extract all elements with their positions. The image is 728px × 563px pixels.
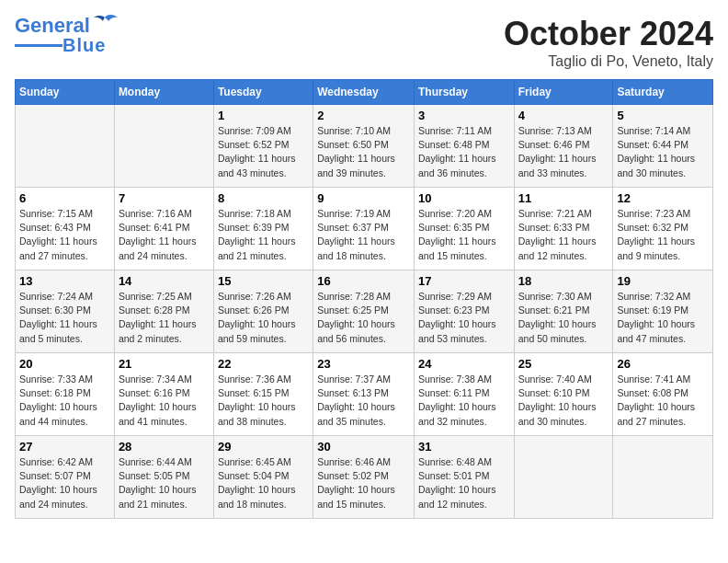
day-number: 24 [418,357,510,371]
calendar-cell: 9Sunrise: 7:19 AM Sunset: 6:37 PM Daylig… [313,188,415,270]
title-block: October 2024 Taglio di Po, Veneto, Italy [504,15,713,70]
day-info: Sunrise: 7:37 AM Sunset: 6:13 PM Dayligh… [317,373,410,429]
day-info: Sunrise: 7:20 AM Sunset: 6:35 PM Dayligh… [418,207,510,263]
calendar-cell: 12Sunrise: 7:23 AM Sunset: 6:32 PM Dayli… [613,188,713,270]
week-row-2: 6Sunrise: 7:15 AM Sunset: 6:43 PM Daylig… [16,188,713,270]
day-info: Sunrise: 7:13 AM Sunset: 6:46 PM Dayligh… [518,124,609,180]
day-number: 30 [317,440,410,454]
day-number: 16 [317,274,410,288]
day-info: Sunrise: 7:19 AM Sunset: 6:37 PM Dayligh… [317,207,410,263]
calendar-cell [114,105,213,188]
day-info: Sunrise: 7:11 AM Sunset: 6:48 PM Dayligh… [418,124,510,180]
calendar-cell: 31Sunrise: 6:48 AM Sunset: 5:01 PM Dayli… [414,436,514,519]
month-title: October 2024 [504,15,713,53]
day-number: 2 [317,109,410,122]
calendar-cell: 26Sunrise: 7:41 AM Sunset: 6:08 PM Dayli… [613,353,713,436]
calendar-cell: 6Sunrise: 7:15 AM Sunset: 6:43 PM Daylig… [16,188,115,270]
day-info: Sunrise: 6:46 AM Sunset: 5:02 PM Dayligh… [317,455,410,511]
location: Taglio di Po, Veneto, Italy [504,53,713,70]
day-info: Sunrise: 7:40 AM Sunset: 6:10 PM Dayligh… [518,373,609,429]
calendar-cell: 11Sunrise: 7:21 AM Sunset: 6:33 PM Dayli… [514,188,613,270]
day-number: 22 [218,357,309,371]
calendar-cell: 23Sunrise: 7:37 AM Sunset: 6:13 PM Dayli… [313,353,415,436]
calendar-cell: 16Sunrise: 7:28 AM Sunset: 6:25 PM Dayli… [313,270,415,353]
day-info: Sunrise: 7:10 AM Sunset: 6:50 PM Dayligh… [317,124,410,180]
day-number: 7 [119,191,210,205]
day-number: 27 [19,440,110,454]
calendar-cell: 10Sunrise: 7:20 AM Sunset: 6:35 PM Dayli… [414,188,514,270]
calendar-cell: 3Sunrise: 7:11 AM Sunset: 6:48 PM Daylig… [414,105,514,188]
calendar-cell: 4Sunrise: 7:13 AM Sunset: 6:46 PM Daylig… [514,105,613,188]
calendar-cell: 27Sunrise: 6:42 AM Sunset: 5:07 PM Dayli… [16,436,115,519]
calendar-body: 1Sunrise: 7:09 AM Sunset: 6:52 PM Daylig… [16,105,713,519]
day-number: 6 [19,191,110,205]
logo-bird-icon [92,14,118,34]
day-info: Sunrise: 7:33 AM Sunset: 6:18 PM Dayligh… [19,373,110,429]
day-info: Sunrise: 6:48 AM Sunset: 5:01 PM Dayligh… [418,455,510,511]
day-info: Sunrise: 7:30 AM Sunset: 6:21 PM Dayligh… [518,290,609,346]
calendar-cell: 15Sunrise: 7:26 AM Sunset: 6:26 PM Dayli… [213,270,313,353]
calendar-cell [514,436,613,519]
calendar-cell: 25Sunrise: 7:40 AM Sunset: 6:10 PM Dayli… [514,353,613,436]
logo: General Blue [15,15,118,56]
day-number: 17 [418,274,510,288]
calendar-cell: 17Sunrise: 7:29 AM Sunset: 6:23 PM Dayli… [414,270,514,353]
day-info: Sunrise: 7:09 AM Sunset: 6:52 PM Dayligh… [218,124,309,180]
day-info: Sunrise: 6:45 AM Sunset: 5:04 PM Dayligh… [218,455,309,511]
day-number: 11 [518,191,609,205]
calendar-cell: 30Sunrise: 6:46 AM Sunset: 5:02 PM Dayli… [313,436,415,519]
day-number: 19 [617,274,709,288]
day-number: 12 [617,191,709,205]
calendar-cell: 24Sunrise: 7:38 AM Sunset: 6:11 PM Dayli… [414,353,514,436]
header-cell-monday: Monday [114,80,213,105]
day-number: 21 [119,357,210,371]
week-row-4: 20Sunrise: 7:33 AM Sunset: 6:18 PM Dayli… [16,353,713,436]
day-number: 4 [518,109,609,122]
day-info: Sunrise: 7:36 AM Sunset: 6:15 PM Dayligh… [218,373,309,429]
day-info: Sunrise: 7:18 AM Sunset: 6:39 PM Dayligh… [218,207,309,263]
day-number: 10 [418,191,510,205]
header-cell-friday: Friday [514,80,613,105]
logo-line2: Blue [63,35,106,56]
day-number: 25 [518,357,609,371]
day-number: 8 [218,191,309,205]
day-info: Sunrise: 7:25 AM Sunset: 6:28 PM Dayligh… [119,290,210,346]
week-row-5: 27Sunrise: 6:42 AM Sunset: 5:07 PM Dayli… [16,436,713,519]
day-info: Sunrise: 6:44 AM Sunset: 5:05 PM Dayligh… [119,455,210,511]
week-row-3: 13Sunrise: 7:24 AM Sunset: 6:30 PM Dayli… [16,270,713,353]
calendar-cell: 21Sunrise: 7:34 AM Sunset: 6:16 PM Dayli… [114,353,213,436]
day-number: 9 [317,191,410,205]
day-number: 31 [418,440,510,454]
day-info: Sunrise: 7:14 AM Sunset: 6:44 PM Dayligh… [617,124,709,180]
day-number: 28 [119,440,210,454]
day-number: 18 [518,274,609,288]
calendar-cell: 19Sunrise: 7:32 AM Sunset: 6:19 PM Dayli… [613,270,713,353]
day-number: 14 [119,274,210,288]
calendar-cell [613,436,713,519]
day-info: Sunrise: 7:41 AM Sunset: 6:08 PM Dayligh… [617,373,709,429]
header-cell-sunday: Sunday [16,80,115,105]
header-cell-wednesday: Wednesday [313,80,415,105]
day-number: 3 [418,109,510,122]
day-number: 29 [218,440,309,454]
header-row: SundayMondayTuesdayWednesdayThursdayFrid… [16,80,713,105]
page-header: General Blue October 2024 Taglio di Po, … [15,15,713,70]
day-info: Sunrise: 7:23 AM Sunset: 6:32 PM Dayligh… [617,207,709,263]
calendar-cell [16,105,115,188]
day-info: Sunrise: 7:26 AM Sunset: 6:26 PM Dayligh… [218,290,309,346]
day-info: Sunrise: 7:24 AM Sunset: 6:30 PM Dayligh… [19,290,110,346]
day-info: Sunrise: 6:42 AM Sunset: 5:07 PM Dayligh… [19,455,110,511]
header-cell-tuesday: Tuesday [213,80,313,105]
calendar-table: SundayMondayTuesdayWednesdayThursdayFrid… [15,79,713,519]
day-info: Sunrise: 7:28 AM Sunset: 6:25 PM Dayligh… [317,290,410,346]
calendar-cell: 8Sunrise: 7:18 AM Sunset: 6:39 PM Daylig… [213,188,313,270]
day-number: 20 [19,357,110,371]
calendar-cell: 5Sunrise: 7:14 AM Sunset: 6:44 PM Daylig… [613,105,713,188]
header-cell-thursday: Thursday [414,80,514,105]
calendar-cell: 29Sunrise: 6:45 AM Sunset: 5:04 PM Dayli… [213,436,313,519]
calendar-cell: 20Sunrise: 7:33 AM Sunset: 6:18 PM Dayli… [16,353,115,436]
calendar-cell: 13Sunrise: 7:24 AM Sunset: 6:30 PM Dayli… [16,270,115,353]
day-number: 26 [617,357,709,371]
day-number: 15 [218,274,309,288]
day-number: 13 [19,274,110,288]
